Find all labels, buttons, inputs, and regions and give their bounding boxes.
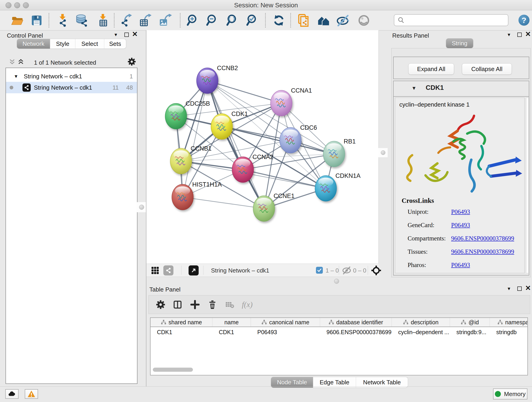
open-session-button[interactable] (10, 13, 24, 27)
column-header[interactable]: shared name (151, 318, 212, 327)
selected-checkbox[interactable] (316, 267, 323, 274)
show-columns-icon[interactable] (173, 300, 182, 309)
table-cell[interactable]: CDK1 (212, 329, 251, 336)
network-collection-row[interactable]: ▼ String Network – cdk1 1 (6, 71, 137, 82)
tab-network[interactable]: Network (17, 39, 50, 49)
table-cell[interactable]: cyclin–dependent ... (392, 329, 450, 336)
tab-style[interactable]: Style (50, 39, 75, 49)
network-node[interactable]: CCNA2 (232, 153, 273, 182)
delete-column-trash-icon[interactable] (208, 300, 217, 309)
results-panel-float-icon[interactable] (517, 32, 522, 37)
crosslink-value-link[interactable]: P06493 (451, 222, 470, 229)
network-edge[interactable] (207, 81, 281, 103)
results-panel-close-icon[interactable]: ✕ (525, 32, 531, 37)
network-node[interactable]: HIST1H1A (172, 181, 222, 210)
table-panel-close-icon[interactable]: ✕ (525, 286, 531, 291)
table-cell[interactable]: stringdb (490, 329, 528, 336)
table-cell[interactable]: P06493 (251, 329, 320, 336)
warnings-button[interactable] (25, 389, 38, 399)
control-panel-close-icon[interactable]: ✕ (132, 32, 138, 37)
refresh-view-button[interactable] (272, 13, 286, 27)
open-in-window-icon[interactable] (189, 265, 199, 275)
tab-select[interactable]: Select (75, 39, 104, 49)
import-network-file-button[interactable] (56, 13, 70, 27)
global-search-field[interactable] (394, 14, 508, 26)
table-cell[interactable]: 9606.ENSP00000378699 (320, 329, 392, 336)
grid-view-icon[interactable] (151, 266, 159, 274)
export-table-button[interactable] (138, 13, 152, 27)
network-canvas[interactable]: CCNB2CCNA1CDC25BCDK1CDC6RB1CCNB1CCNA2CDK… (146, 30, 379, 264)
network-node[interactable]: RB1 (323, 138, 356, 167)
crosslink-value-link[interactable]: P06493 (451, 262, 470, 269)
column-header[interactable]: description (392, 318, 450, 327)
tab-network-table[interactable]: Network Table (356, 377, 408, 388)
search-input[interactable] (407, 17, 508, 24)
export-image-button[interactable] (158, 13, 172, 27)
network-node[interactable]: CCNB1 (170, 145, 212, 174)
zoom-selected-button[interactable] (245, 13, 260, 27)
crosslink-value-link[interactable]: 9606.ENSP00000378699 (451, 235, 514, 242)
results-scrollbar-track[interactable] (526, 98, 529, 273)
cloud-status-button[interactable] (5, 389, 19, 399)
export-network-button[interactable] (119, 13, 133, 27)
network-options-gear-icon[interactable] (128, 58, 136, 65)
node-table[interactable]: shared namenamecanonical namedatabase id… (150, 317, 528, 375)
column-header[interactable]: namespace (490, 318, 528, 327)
column-header[interactable]: name (212, 318, 251, 327)
collapse-all-button[interactable]: Collapse All (462, 63, 512, 75)
table-horizontal-scrollbar[interactable] (153, 368, 193, 372)
save-session-button[interactable] (30, 13, 44, 27)
hidden-count-badge: 0 – 0 (353, 267, 366, 274)
control-panel-menu-icon[interactable]: ▼ (114, 32, 118, 37)
table-panel-float-icon[interactable] (517, 287, 522, 291)
network-node[interactable]: CCNB2 (196, 65, 238, 94)
crosslink-value-link[interactable]: P06493 (451, 208, 470, 216)
network-share-icon[interactable] (163, 265, 173, 275)
left-splitter-handle[interactable] (137, 202, 147, 212)
hide-graphics-button[interactable] (336, 13, 350, 27)
bottom-splitter-handle[interactable] (334, 279, 339, 284)
zoom-in-button[interactable] (186, 13, 200, 27)
table-row[interactable]: CDK1CDK1P064939606.ENSP00000378699cyclin… (151, 327, 527, 337)
right-splitter-handle[interactable] (379, 148, 388, 157)
crosslink-value-link[interactable]: 9606.ENSP00000378699 (451, 248, 514, 255)
column-header[interactable]: database identifier (320, 318, 392, 327)
crosshair-icon[interactable] (371, 266, 381, 275)
network-edge[interactable] (183, 197, 264, 209)
houses-button[interactable] (317, 13, 331, 27)
expand-all-button[interactable]: Expand All (408, 63, 454, 75)
tab-sets[interactable]: Sets (104, 39, 126, 49)
network-edge[interactable] (207, 81, 264, 209)
network-node[interactable]: CCNA1 (271, 87, 312, 116)
table-cell[interactable]: CDK1 (151, 329, 212, 336)
tab-string[interactable]: String (446, 38, 473, 48)
help-button[interactable]: ? (519, 15, 530, 26)
network-edge[interactable] (243, 170, 326, 188)
network-node[interactable]: CDK1 (211, 110, 248, 139)
column-header[interactable]: canonical name (251, 318, 320, 327)
table-cell[interactable]: stringdb:9... (450, 329, 490, 336)
memory-button[interactable]: Memory (493, 389, 527, 400)
tab-edge-table[interactable]: Edge Table (313, 377, 356, 388)
column-header[interactable]: @id (450, 318, 490, 327)
import-network-database-button[interactable] (74, 13, 89, 27)
show-graphics-button[interactable] (357, 13, 371, 27)
results-panel-menu-icon[interactable]: ▼ (507, 32, 511, 37)
zoom-fit-button[interactable] (225, 13, 240, 27)
import-table-button[interactable] (95, 13, 110, 27)
network-edge[interactable] (183, 81, 207, 197)
zoom-out-button[interactable] (205, 13, 220, 27)
network-node[interactable]: CDKN1A (315, 172, 361, 201)
network-node[interactable]: CCNE1 (253, 192, 295, 221)
tab-node-table[interactable]: Node Table (271, 377, 313, 388)
protein-expander-icon[interactable]: ▼ (412, 85, 417, 91)
status-bar-divider (0, 386, 532, 387)
network-row-selected[interactable]: String Network – cdk1 11 48 (6, 82, 137, 93)
control-panel-float-icon[interactable] (124, 32, 129, 37)
table-settings-gear-icon[interactable] (156, 300, 165, 309)
table-panel-menu-icon[interactable]: ▼ (507, 286, 511, 291)
collection-expander-icon[interactable]: ▼ (14, 74, 18, 79)
add-column-icon[interactable] (190, 300, 200, 309)
column-tree-icon (461, 319, 466, 325)
new-document-network-button[interactable] (297, 13, 311, 27)
